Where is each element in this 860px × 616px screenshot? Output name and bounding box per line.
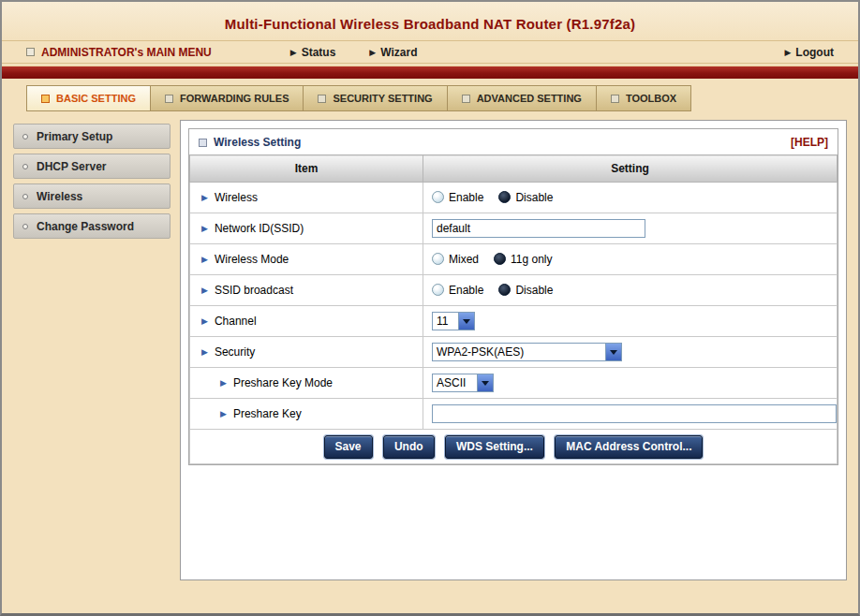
chevron-down-icon	[605, 344, 621, 360]
red-divider-bar	[2, 66, 858, 79]
mode-mixed-radio[interactable]	[432, 253, 444, 265]
box-title-label: Wireless Setting	[214, 136, 301, 149]
table-row-network-id: ▶Network ID(SSID)	[190, 213, 838, 244]
broadcast-enable-radio[interactable]	[432, 284, 444, 296]
mac-address-control-button[interactable]: MAC Address Control...	[555, 435, 703, 459]
tab-label: FORWARDING RULES	[180, 93, 289, 104]
table-row-preshare-key-mode: ▶Preshare Key Mode ASCII	[190, 368, 838, 399]
security-select[interactable]: WPA2-PSK(AES)	[432, 343, 622, 361]
chevron-down-icon	[477, 374, 493, 391]
square-bullet-icon	[26, 48, 35, 56]
tab-advanced-setting[interactable]: ADVANCED SETTING	[447, 85, 596, 111]
row-label: Wireless	[215, 191, 258, 204]
table-header-row: Item Setting	[190, 155, 838, 183]
arrow-right-icon: ▶	[369, 48, 376, 57]
row-label: Security	[215, 345, 255, 359]
sidebar-item-wireless[interactable]: Wireless	[13, 183, 171, 209]
sidebar-item-change-password[interactable]: Change Password	[13, 213, 171, 239]
row-label: Preshare Key	[233, 407, 302, 420]
preshare-key-input[interactable]	[432, 404, 837, 423]
row-label-cell: ▶Wireless Mode	[190, 244, 423, 275]
sidebar-item-label: Change Password	[37, 220, 134, 233]
arrow-right-icon: ▶	[290, 48, 297, 57]
row-label-cell: ▶Channel	[190, 306, 423, 337]
tab-toolbox[interactable]: TOOLBOX	[596, 85, 691, 111]
menu-item-logout[interactable]: ▶ Logout	[784, 46, 834, 59]
tab-square-icon	[462, 95, 470, 103]
tab-square-icon	[165, 95, 173, 103]
square-bullet-icon	[199, 139, 207, 147]
tab-square-icon	[611, 95, 619, 103]
row-arrow-icon: ▶	[201, 193, 208, 202]
wireless-enable-label: Enable	[449, 191, 483, 204]
tab-label: ADVANCED SETTING	[477, 93, 582, 104]
wireless-enable-radio[interactable]	[432, 191, 444, 203]
table-row-preshare-key: ▶Preshare Key	[190, 399, 838, 430]
tab-label: SECURITY SETTING	[333, 93, 432, 104]
menu-item-status[interactable]: ▶ Status	[290, 46, 336, 59]
sidebar-item-label: Wireless	[37, 190, 82, 203]
broadcast-disable-label: Disable	[515, 284, 553, 297]
row-setting-cell	[423, 213, 838, 244]
row-label: Network ID(SSID)	[215, 222, 304, 235]
channel-select[interactable]: 11	[432, 312, 475, 330]
row-setting-cell: EnableDisable	[423, 275, 838, 306]
sidebar-item-dhcp-server[interactable]: DHCP Server	[13, 154, 171, 179]
main-tabs: BASIC SETTING FORWARDING RULES SECURITY …	[26, 85, 858, 111]
menu-item-wizard[interactable]: ▶ Wizard	[369, 46, 417, 59]
mode-11g-only-radio[interactable]	[494, 253, 506, 265]
row-arrow-icon: ▶	[220, 409, 227, 418]
bullet-icon	[22, 224, 28, 229]
row-arrow-icon: ▶	[201, 255, 208, 264]
row-label: Channel	[215, 315, 257, 328]
wds-setting-button[interactable]: WDS Setting...	[445, 435, 544, 459]
help-link[interactable]: [HELP]	[791, 136, 828, 149]
row-setting-cell: WPA2-PSK(AES)	[423, 337, 838, 368]
chevron-down-icon	[458, 313, 474, 330]
page-title: Multi-Functional Wireless Broadband NAT …	[2, 2, 858, 40]
mode-mixed-label: Mixed	[449, 253, 479, 266]
sidebar-item-label: Primary Setup	[37, 130, 112, 143]
arrow-right-icon: ▶	[784, 48, 791, 57]
row-label: Preshare Key Mode	[233, 376, 333, 389]
tab-basic-setting[interactable]: BASIC SETTING	[26, 85, 150, 111]
settings-table: Item Setting ▶Wireless EnableDisable	[189, 154, 838, 464]
column-header-setting: Setting	[423, 155, 838, 183]
row-setting-cell: 11	[423, 306, 838, 337]
sidebar-item-primary-setup[interactable]: Primary Setup	[13, 124, 171, 149]
table-row-ssid-broadcast: ▶SSID broadcast EnableDisable	[190, 275, 838, 306]
row-label-cell: ▶Preshare Key Mode	[190, 368, 423, 399]
row-arrow-icon: ▶	[201, 286, 208, 295]
save-button[interactable]: Save	[324, 435, 373, 459]
row-setting-cell: Mixed11g only	[423, 244, 838, 275]
menu-logout-label: Logout	[795, 46, 834, 59]
broadcast-enable-label: Enable	[449, 284, 483, 297]
buttons-cell: Save Undo WDS Setting... MAC Address Con…	[190, 430, 838, 464]
row-label: SSID broadcast	[215, 284, 293, 297]
row-label-cell: ▶Preshare Key	[190, 399, 423, 430]
row-arrow-icon: ▶	[201, 347, 208, 357]
tab-forwarding-rules[interactable]: FORWARDING RULES	[150, 85, 304, 111]
content-area: Primary Setup DHCP Server Wireless Chang…	[13, 120, 847, 580]
box-title: Wireless Setting	[199, 136, 301, 149]
preshare-key-mode-select-value: ASCII	[433, 376, 477, 389]
wireless-setting-box: Wireless Setting [HELP] Item Setting ▶Wi…	[188, 128, 838, 465]
menu-status-label: Status	[302, 46, 336, 59]
table-row-security: ▶Security WPA2-PSK(AES)	[190, 337, 838, 368]
main-panel: Wireless Setting [HELP] Item Setting ▶Wi…	[180, 120, 847, 580]
wireless-disable-radio[interactable]	[498, 191, 511, 203]
row-setting-cell	[423, 399, 838, 430]
table-row-wireless: ▶Wireless EnableDisable	[190, 183, 838, 213]
undo-button[interactable]: Undo	[383, 435, 435, 459]
admin-main-menu: ADMINISTRATOR's MAIN MENU	[26, 46, 212, 59]
tab-label: BASIC SETTING	[56, 93, 136, 104]
sidebar-item-label: DHCP Server	[37, 160, 106, 173]
row-arrow-icon: ▶	[201, 316, 208, 326]
mode-11g-only-label: 11g only	[511, 253, 552, 266]
broadcast-disable-radio[interactable]	[498, 284, 511, 296]
column-header-item: Item	[190, 155, 423, 183]
row-arrow-icon: ▶	[201, 224, 208, 233]
preshare-key-mode-select[interactable]: ASCII	[432, 374, 494, 392]
ssid-input[interactable]	[432, 219, 645, 238]
tab-security-setting[interactable]: SECURITY SETTING	[303, 85, 446, 111]
